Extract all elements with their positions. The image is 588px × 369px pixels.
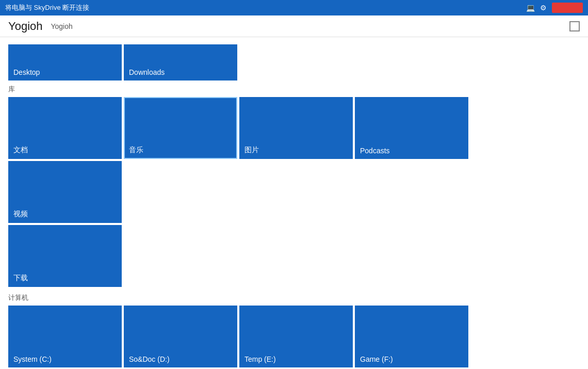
tile-system-c[interactable]: System (C:) [8, 306, 122, 367]
computer-row1: System (C:) So&Doc (D:) Temp (E:) Game (… [8, 306, 580, 369]
computer-section-label: 计算机 [8, 293, 580, 302]
tile-sodoc-d-label: So&Doc (D:) [129, 355, 170, 363]
tile-game-f-label: Game (F:) [360, 355, 393, 363]
tile-documents-label: 文档 [13, 146, 28, 155]
tile-game-f[interactable]: Game (F:) [355, 306, 468, 367]
gear-icon[interactable]: ⚙ [540, 4, 547, 12]
libraries-section-label: 库 [8, 85, 580, 94]
tile-videos[interactable]: 视频 [8, 161, 122, 223]
tile-desktop-label: Desktop [13, 68, 40, 76]
tile-sodoc-d[interactable]: So&Doc (D:) [124, 306, 237, 367]
tile-music-label: 音乐 [129, 146, 143, 155]
user-avatar-box[interactable] [552, 3, 583, 13]
tile-videos-label: 视频 [13, 210, 28, 219]
tile-xiazai[interactable]: 下载 [8, 225, 122, 287]
tile-downloads[interactable]: Downloads [124, 44, 237, 81]
titlebar-text: 将电脑与 SkyDrive 断开连接 [5, 3, 89, 12]
favorites-row: Desktop Downloads [8, 44, 580, 81]
tile-downloads-label: Downloads [129, 68, 165, 76]
tile-podcasts[interactable]: Podcasts [355, 97, 468, 159]
tile-podcasts-label: Podcasts [360, 147, 390, 155]
username-big: Yogioh [8, 20, 42, 33]
tile-music[interactable]: 音乐 [124, 97, 237, 159]
header: Yogioh Yogioh [0, 15, 588, 37]
username-small: Yogioh [51, 22, 72, 30]
tile-pictures[interactable]: 图片 [239, 97, 353, 159]
titlebar-icons: 💻 ⚙ [526, 3, 583, 13]
tile-documents[interactable]: 文档 [8, 97, 122, 159]
titlebar: 将电脑与 SkyDrive 断开连接 💻 ⚙ [0, 0, 588, 15]
tile-pictures-label: 图片 [244, 146, 259, 155]
monitor-icon[interactable]: 💻 [526, 4, 535, 12]
libraries-row2: 下载 [8, 225, 580, 287]
tile-temp-e-label: Temp (E:) [244, 355, 276, 363]
main-content: Desktop Downloads 库 文档 音乐 图片 Podcasts 视频… [0, 37, 588, 369]
tile-system-c-label: System (C:) [13, 355, 52, 363]
window-button[interactable] [569, 21, 580, 31]
tile-desktop[interactable]: Desktop [8, 44, 122, 81]
tile-temp-e[interactable]: Temp (E:) [239, 306, 353, 367]
libraries-row1: 文档 音乐 图片 Podcasts 视频 [8, 97, 580, 223]
tile-xiazai-label: 下载 [13, 274, 28, 283]
